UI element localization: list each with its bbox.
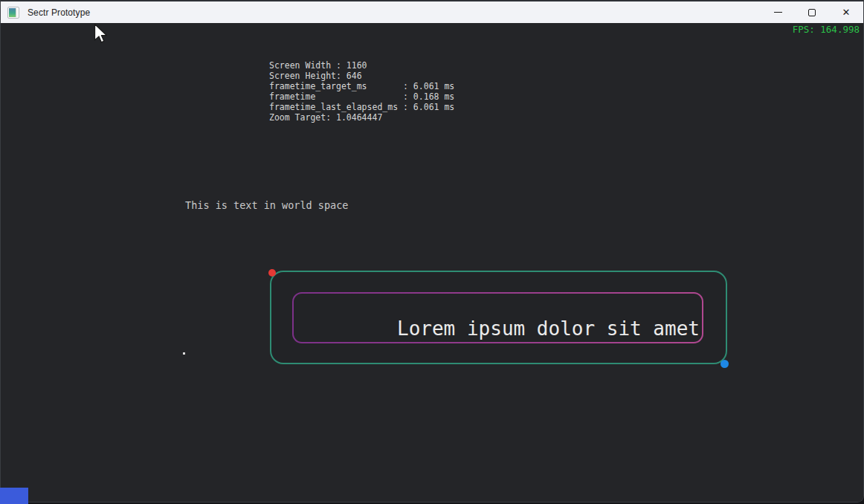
close-icon: ✕: [842, 7, 851, 17]
world-origin-marker: [183, 352, 185, 355]
minimize-button[interactable]: [761, 1, 795, 23]
minimize-icon: [774, 12, 782, 13]
window-title: Sectr Prototype: [28, 7, 90, 18]
text-box[interactable]: Lorem ipsum dolor sit amet: [292, 292, 703, 343]
drag-handle-bottom-right[interactable]: [720, 360, 729, 368]
lorem-text: Lorem ipsum dolor sit amet: [397, 317, 700, 340]
close-button[interactable]: ✕: [829, 1, 863, 23]
text-box-fill: Lorem ipsum dolor sit amet: [294, 294, 702, 342]
desktop-corner-fragment: [0, 488, 28, 504]
maximize-icon: [808, 9, 816, 16]
app-icon: [7, 7, 19, 19]
fps-counter: FPS: 164.998: [793, 24, 860, 35]
app-icon-pane: [9, 8, 16, 17]
app-icon-pane: [16, 8, 18, 17]
drag-handle-top-left[interactable]: [268, 269, 276, 277]
world-space-text: This is text in world space: [185, 199, 348, 211]
debug-stats: Screen Width : 1160 Screen Height: 646 f…: [269, 60, 454, 123]
window-controls: ✕: [761, 1, 863, 23]
maximize-button[interactable]: [795, 1, 829, 23]
selection-box[interactable]: Lorem ipsum dolor sit amet: [270, 271, 727, 364]
titlebar[interactable]: Sectr Prototype ✕: [1, 1, 863, 23]
app-window: Sectr Prototype ✕ FPS: 164.998 Screen Wi…: [0, 0, 864, 503]
app-canvas[interactable]: FPS: 164.998 Screen Width : 1160 Screen …: [1, 23, 863, 502]
